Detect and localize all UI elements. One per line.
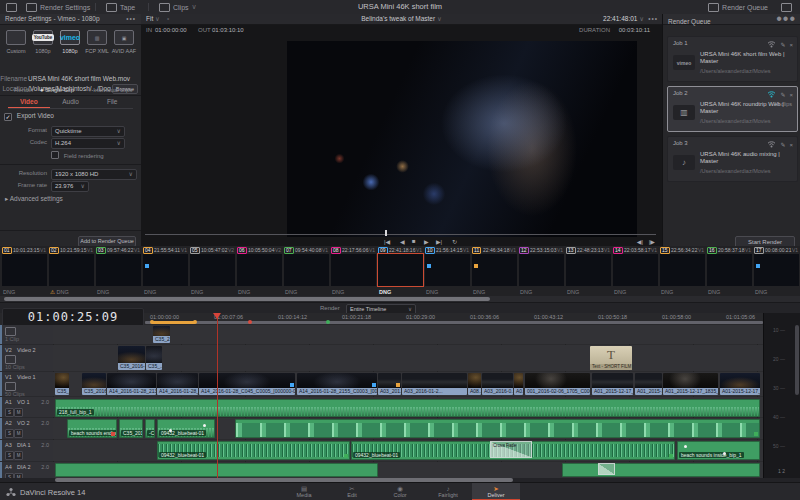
format-select[interactable]: Quicktime∨ bbox=[51, 126, 125, 137]
timeline-content[interactable]: C35_2...C35_2016-...C35_...TText - SHORT… bbox=[53, 325, 763, 478]
audio-clip[interactable]: C35_2016-... bbox=[119, 419, 143, 438]
advanced-settings-toggle[interactable]: ▸ Advanced settings bbox=[5, 195, 63, 203]
track-header-a1[interactable]: A1VO 12.0SM bbox=[0, 397, 53, 417]
render-job[interactable]: Job 3✎×♪URSA Mini 46K audio mixing | Mas… bbox=[667, 136, 798, 182]
remove-job-icon[interactable]: × bbox=[789, 142, 793, 148]
text-clip[interactable]: TText - SHORT FILM bbox=[590, 346, 632, 370]
marker[interactable] bbox=[326, 320, 330, 324]
video-clip[interactable]: A01-2015-12-17_1... bbox=[720, 373, 760, 395]
marker[interactable] bbox=[150, 320, 154, 324]
strip-clip[interactable]: 0210:21:59:15V1 bbox=[49, 246, 94, 287]
strip-clip[interactable]: 1222:53:15:03V1 bbox=[519, 246, 564, 287]
strip-clip[interactable]: 0510:05:47:02V2 bbox=[190, 246, 235, 287]
individual-clips-radio[interactable]: ○ Individual clips bbox=[88, 86, 132, 95]
marker[interactable] bbox=[248, 320, 252, 324]
video-clip[interactable]: A08... bbox=[468, 373, 481, 395]
upload-icon[interactable] bbox=[767, 40, 776, 49]
video-clip[interactable]: A0... bbox=[514, 373, 523, 395]
strip-clip[interactable]: 1620:58:37:18V1 bbox=[707, 246, 752, 287]
strip-scrollbar-thumb[interactable] bbox=[4, 297, 490, 301]
mute-button[interactable]: M bbox=[14, 429, 23, 438]
track-header-a4[interactable]: A4DIA 22.0SM bbox=[0, 462, 53, 478]
edit-job-icon[interactable]: ✎ bbox=[780, 41, 785, 48]
loop-button[interactable]: ↻ bbox=[452, 238, 457, 245]
automation-point[interactable] bbox=[723, 452, 726, 455]
page-tab-color[interactable]: ◉Color bbox=[376, 483, 424, 500]
page-tab-edit[interactable]: ✂Edit bbox=[328, 483, 376, 500]
field-rendering-row[interactable]: Field rendering bbox=[51, 151, 104, 159]
stop-button[interactable]: ■ bbox=[412, 238, 416, 244]
play-button[interactable]: ▶ bbox=[424, 238, 429, 245]
audio-clip[interactable]: 09432_bluebeat-01 bbox=[157, 419, 215, 438]
video-clip[interactable]: C35_2... bbox=[153, 326, 170, 343]
track-header-v3[interactable]: 1 Clip bbox=[0, 325, 53, 344]
timeline-name-select[interactable]: Belinda's tweak of Master ∨ bbox=[141, 14, 662, 24]
video-clip[interactable]: A03_2016-01-2... bbox=[402, 373, 467, 395]
strip-clip[interactable]: 0110:01:23:15V1 bbox=[2, 246, 47, 287]
video-clip[interactable]: A14_2016-01-28_2155_C0003_[000000-001125… bbox=[297, 373, 377, 395]
solo-button[interactable]: S bbox=[5, 451, 14, 460]
viewer-options-icon[interactable]: ••• bbox=[648, 14, 658, 24]
strip-clip[interactable]: 0822:17:56:06V1 bbox=[331, 246, 376, 287]
video-clip[interactable]: A14_2016-01-28_231... bbox=[157, 373, 198, 395]
preset-custom[interactable]: Custom bbox=[3, 30, 29, 54]
video-clip[interactable]: C35_... bbox=[146, 346, 162, 370]
frame-rate-select[interactable]: 23.976∨ bbox=[51, 181, 89, 192]
video-clip[interactable]: 001_2016-02-06_1705_C0003_[000... bbox=[525, 373, 590, 395]
edit-job-icon[interactable]: ✎ bbox=[780, 91, 785, 98]
play-reverse-button[interactable]: ◀ bbox=[400, 238, 405, 245]
video-clip[interactable]: C35_2016-... bbox=[118, 346, 145, 370]
export-video-checkbox[interactable]: ✓ bbox=[4, 113, 12, 121]
video-clip[interactable]: C35_2... bbox=[55, 373, 69, 395]
mute-button[interactable]: M bbox=[14, 408, 23, 417]
resolution-select[interactable]: 1920 x 1080 HD∨ bbox=[51, 169, 137, 180]
strip-clip[interactable]: 0610:05:50:04V2 bbox=[237, 246, 282, 287]
strip-clip[interactable]: 0421:55:54:11V1 bbox=[143, 246, 188, 287]
goto-first-button[interactable]: |◀ bbox=[384, 238, 390, 245]
tab-video[interactable]: Video bbox=[8, 97, 50, 108]
export-video-row[interactable]: ✓ Export Video bbox=[4, 112, 54, 121]
render-queue-toggle[interactable]: Render Queue bbox=[704, 0, 772, 14]
remove-job-icon[interactable]: × bbox=[789, 92, 793, 98]
tab-file[interactable]: File bbox=[91, 97, 133, 108]
video-clip[interactable]: A14_2016-01-28_2135... bbox=[107, 373, 156, 395]
page-tab-deliver[interactable]: ➤Deliver bbox=[472, 483, 520, 500]
strip-clip[interactable]: 1422:03:58:17V1 bbox=[613, 246, 658, 287]
automation-point[interactable] bbox=[684, 445, 687, 448]
preset-avid[interactable]: ▣AVID AAF bbox=[111, 30, 137, 54]
edit-job-icon[interactable]: ✎ bbox=[780, 141, 785, 148]
video-clip[interactable]: A01_2015-12... bbox=[635, 373, 662, 395]
marker-span[interactable] bbox=[152, 321, 195, 324]
timeline-vertical-scrollbar[interactable] bbox=[795, 325, 799, 395]
strip-clip[interactable]: 1122:46:34:18V1 bbox=[472, 246, 517, 287]
video-clip[interactable]: A14_2016-01-28_C045_C0005_[000000-002457… bbox=[199, 373, 295, 395]
audio-clip[interactable]: 218_full_bip_1 bbox=[55, 399, 760, 417]
upload-icon[interactable] bbox=[767, 140, 776, 149]
strip-clip[interactable]: 0309:57:46:22V1 bbox=[96, 246, 141, 287]
track-header-a3[interactable]: A3DIA 12.0SM bbox=[0, 440, 53, 461]
preset-fcp[interactable]: ▥FCP XML bbox=[84, 30, 110, 54]
track-header-v1[interactable]: V1Video 150 Clips bbox=[0, 372, 53, 396]
options-icon[interactable]: ••• bbox=[126, 14, 136, 24]
goto-last-button[interactable]: ▶| bbox=[436, 238, 442, 245]
solo-button[interactable]: S bbox=[5, 429, 14, 438]
audio-clip[interactable]: 09432_bluebeat-01 bbox=[157, 441, 350, 460]
viewer-scrubber[interactable] bbox=[145, 234, 656, 235]
page-tab-media[interactable]: ▤Media bbox=[280, 483, 328, 500]
next-marker-button[interactable]: |▶ bbox=[649, 238, 655, 245]
queue-options-icon[interactable]: ••• bbox=[776, 14, 796, 24]
video-clip[interactable]: C35_2016-... bbox=[82, 373, 106, 395]
video-clip[interactable]: A01_2015-12-17_1835_C0016_[0... bbox=[663, 373, 718, 395]
video-clip[interactable]: A03_201... bbox=[378, 373, 401, 395]
audio-clip[interactable]: beach sounds ending_bip_1 bbox=[67, 419, 117, 438]
preset-youtube[interactable]: YouTube1080p bbox=[30, 30, 56, 54]
strip-clip[interactable]: 0709:54:40:08V1 bbox=[284, 246, 329, 287]
render-job[interactable]: Job 2✎×▥URSA Mini 46K roundtrip Web | Ma… bbox=[667, 86, 798, 132]
video-clip[interactable]: A01_2015-12-17_2040... bbox=[592, 373, 633, 395]
filename-value[interactable]: URSA Mini 46K short film Web.mov bbox=[28, 74, 137, 83]
strip-clip[interactable]: 1322:48:23:13V1 bbox=[566, 246, 611, 287]
preset-vimeo[interactable]: vimeo1080p bbox=[57, 30, 83, 54]
track-header-v2[interactable]: V2Video 210 Clips bbox=[0, 345, 53, 371]
strip-clip[interactable]: 1021:56:14:15V1 bbox=[425, 246, 470, 287]
marker[interactable] bbox=[193, 320, 197, 324]
